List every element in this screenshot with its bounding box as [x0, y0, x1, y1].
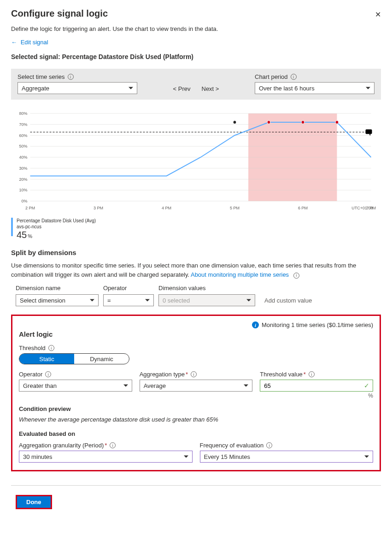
threshold-value-input[interactable] — [260, 380, 373, 392]
svg-point-30 — [267, 121, 270, 124]
svg-text:80%: 80% — [19, 111, 27, 116]
add-custom-value-link[interactable]: Add custom value — [260, 297, 312, 304]
selected-signal-value: Percentage Datastore Disk Used (Platform… — [62, 53, 193, 60]
page-title: Configure signal logic — [11, 8, 108, 19]
agg-type-label: Aggregation type — [140, 371, 185, 378]
page-description: Define the logic for triggering an alert… — [11, 25, 381, 32]
evaluated-title: Evaluated based on — [19, 430, 373, 437]
chart-svg: 0%10%20%30%40%50%60%70%80%2 PM3 PM4 PM5 … — [11, 109, 381, 215]
svg-text:5 PM: 5 PM — [230, 206, 240, 210]
legend-series-name: Percentage Datastore Disk Used (Avg) — [17, 218, 96, 224]
dim-header-name: Dimension name — [16, 285, 103, 291]
granularity-select[interactable]: 30 minutes — [19, 451, 193, 463]
dim-header-values: Dimension values — [158, 285, 260, 291]
dimension-name-select[interactable]: Select dimension — [16, 294, 99, 306]
svg-point-31 — [301, 121, 304, 124]
edit-signal-link[interactable]: Edit signal — [21, 39, 48, 46]
dimension-name-placeholder: Select dimension — [20, 297, 65, 304]
agg-type-select[interactable]: Average — [140, 380, 253, 392]
svg-marker-21 — [369, 134, 371, 136]
info-icon[interactable]: i — [191, 371, 197, 377]
selected-signal-label: Selected signal: — [11, 53, 62, 60]
chart-period-value: Over the last 6 hours — [259, 85, 315, 92]
condition-preview-text: Whenever the average percentage datastor… — [19, 416, 373, 423]
dimensions-desc-text: Use dimensions to monitor specific time … — [11, 262, 356, 278]
selected-signal: Selected signal: Percentage Datastore Di… — [11, 53, 381, 60]
threshold-value-label: Threshold value — [260, 371, 303, 378]
svg-text:3 PM: 3 PM — [94, 206, 103, 210]
dimension-op-value: = — [107, 297, 111, 304]
info-icon[interactable]: i — [45, 371, 51, 377]
chart-period-label: Chart period — [255, 73, 288, 80]
alert-logic-title: Alert logic — [19, 330, 373, 338]
check-icon: ✓ — [364, 382, 369, 389]
agg-type-value: Average — [144, 382, 166, 389]
svg-text:6 PM: 6 PM — [298, 206, 308, 210]
dimensions-link[interactable]: About monitoring multiple time series — [191, 271, 289, 278]
chart-legend: Percentage Datastore Disk Used (Avg) avs… — [11, 218, 381, 240]
alert-logic-section: i Monitoring 1 time series ($0.1/time se… — [11, 315, 381, 471]
legend-series-subtitle: avs-pc-ncus — [17, 224, 96, 230]
threshold-unit: % — [260, 392, 373, 399]
condition-preview-title: Condition preview — [19, 405, 373, 412]
time-series-value: Aggregate — [22, 85, 49, 92]
frequency-label: Frequency of evaluation — [200, 442, 264, 449]
info-icon[interactable]: i — [68, 74, 74, 80]
info-icon[interactable]: i — [291, 74, 297, 80]
svg-text:70%: 70% — [19, 122, 27, 127]
svg-text:4 PM: 4 PM — [162, 206, 171, 210]
dimension-operator-select[interactable]: = — [103, 294, 154, 306]
threshold-toggle[interactable]: Static Dynamic — [19, 353, 129, 364]
threshold-static-option[interactable]: Static — [19, 354, 74, 364]
legend-color-bar — [11, 218, 13, 236]
svg-point-32 — [335, 121, 339, 124]
dimension-values-placeholder: 0 selected — [163, 297, 190, 304]
svg-text:0%: 0% — [21, 199, 27, 203]
threshold-dynamic-option[interactable]: Dynamic — [74, 354, 129, 364]
svg-text:10%: 10% — [19, 188, 27, 192]
time-series-label: Select time series — [18, 73, 65, 80]
info-icon[interactable]: i — [48, 345, 54, 351]
svg-point-29 — [233, 121, 236, 124]
dimension-values-select[interactable]: 0 selected — [158, 294, 255, 306]
svg-text:2 PM: 2 PM — [25, 206, 35, 210]
info-icon[interactable]: i — [309, 371, 315, 377]
svg-text:50%: 50% — [19, 144, 27, 149]
svg-text:30%: 30% — [19, 166, 27, 171]
svg-text:20%: 20% — [19, 177, 27, 182]
monitoring-note: Monitoring 1 time series ($0.1/time seri… — [262, 321, 373, 328]
legend-value: 45 — [17, 230, 27, 240]
svg-text:40%: 40% — [19, 155, 27, 160]
dim-header-op: Operator — [103, 285, 158, 291]
operator-label: Operator — [19, 371, 42, 378]
granularity-value: 30 minutes — [23, 453, 53, 460]
threshold-label: Threshold — [19, 345, 46, 351]
info-icon[interactable]: i — [110, 442, 116, 448]
dimensions-title: Split by dimensions — [11, 249, 381, 256]
time-series-select[interactable]: Aggregate — [18, 82, 137, 94]
info-icon[interactable]: i — [266, 442, 272, 448]
operator-select[interactable]: Greater than — [19, 380, 132, 392]
operator-value: Greater than — [23, 382, 57, 389]
granularity-label: Aggregation granularity (Period) — [19, 442, 104, 449]
back-arrow-icon: ← — [11, 39, 17, 46]
close-icon[interactable]: ✕ — [375, 8, 381, 19]
info-icon[interactable]: i — [293, 273, 299, 279]
frequency-value: Every 15 Minutes — [204, 453, 250, 460]
done-button[interactable]: Done — [16, 495, 52, 509]
next-button[interactable]: Next > — [202, 85, 219, 92]
svg-text:UTC+01:00: UTC+01:00 — [351, 206, 373, 210]
dimensions-description: Use dimensions to monitor specific time … — [11, 261, 381, 279]
frequency-select[interactable]: Every 15 Minutes — [200, 451, 374, 463]
chart: 0%10%20%30%40%50%60%70%80%2 PM3 PM4 PM5 … — [11, 109, 381, 240]
chart-toolbar: Select time seriesi Aggregate < Prev Nex… — [11, 69, 381, 100]
info-icon[interactable]: i — [252, 321, 259, 328]
prev-button[interactable]: < Prev — [173, 85, 191, 92]
svg-text:60%: 60% — [19, 133, 27, 138]
chart-period-select[interactable]: Over the last 6 hours — [255, 82, 374, 94]
svg-rect-20 — [366, 129, 372, 134]
legend-unit: % — [28, 233, 32, 239]
